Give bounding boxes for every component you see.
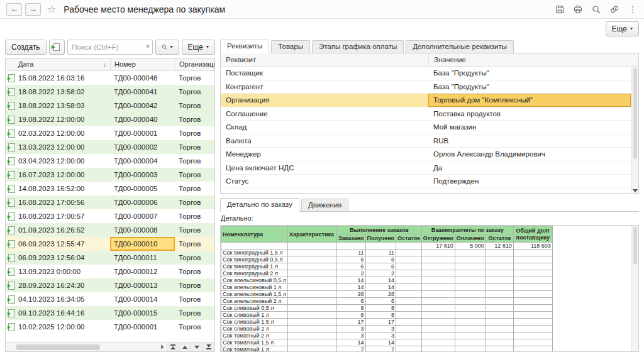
order-row[interactable]: 16.08.2023 17:00:56ТД00-000006Торгов <box>6 195 214 209</box>
list-go-top-button[interactable] <box>167 343 179 351</box>
date-column-label: Дата <box>18 58 33 70</box>
order-row[interactable]: 28.09.2023 16:24:30ТД00-000013Торгов <box>6 278 214 292</box>
detail-row[interactable]: Сок томатный 1 л77 <box>221 346 553 353</box>
order-row[interactable]: 01.09.2023 16:26:52ТД00-000008Торгов <box>6 223 214 237</box>
favorite-star-icon[interactable]: ☆ <box>47 3 56 15</box>
requisite-row[interactable]: ВалютаRUB <box>221 135 638 148</box>
clear-search-icon[interactable]: × <box>146 42 150 51</box>
detail-row[interactable]: Сок сливовый 0,5 л88 <box>221 305 553 312</box>
list-go-bottom-button[interactable] <box>203 343 214 351</box>
detail-row[interactable]: Сок апельсиновый 2 л66 <box>221 298 553 305</box>
order-row[interactable]: 06.09.2023 12:55:47ТД00-000010Торгов <box>6 237 214 251</box>
detail-cell: 3 <box>365 326 396 332</box>
order-number-cell: ТД00-000007 <box>110 209 175 223</box>
requisite-row[interactable]: ОрганизацияТорговый дом "Комплексный" <box>221 94 638 107</box>
order-row[interactable]: 15.08.2022 16:03:16ТД00-000048Торгов <box>6 71 214 85</box>
detail-row[interactable]: Сок апельсиновый 1 л1414 <box>221 284 553 291</box>
order-row[interactable]: 18.08.2022 13:58:02ТД00-000041Торгов <box>6 85 214 99</box>
detail-cell <box>513 312 552 319</box>
detail-row[interactable]: Сок сливовый 1 л88 <box>221 312 553 319</box>
order-date-cell: 10.02.2025 12:00:00 <box>18 323 110 331</box>
search-input[interactable] <box>67 40 152 55</box>
order-row[interactable]: 03.04.2023 12:00:00ТД00-000004Торгов <box>6 154 214 168</box>
organization-column-header[interactable]: Организация <box>175 58 214 70</box>
detail-tab-0[interactable]: Детально по заказу <box>220 198 299 212</box>
requisites-tab-2[interactable]: Этапы графика оплаты <box>312 40 404 53</box>
link-icon[interactable] <box>609 4 619 14</box>
requisites-vscrollbar[interactable] <box>631 67 638 193</box>
order-date-cell: 01.09.2023 16:26:52 <box>18 226 110 234</box>
value-column-header[interactable]: Значение <box>428 53 631 66</box>
detail-cell: 14 <box>337 339 366 346</box>
requisite-row[interactable]: Цена включает НДСДа <box>221 162 638 175</box>
detail-row[interactable]: Сок виноградный 1,5 л1111 <box>221 250 553 256</box>
requisites-tab-3[interactable]: Дополнительные реквизиты <box>406 40 514 53</box>
requisite-column-header[interactable]: Реквизит <box>221 56 428 63</box>
order-row[interactable]: 10.02.2025 12:00:00ТД00-000001Торгов <box>6 320 214 334</box>
detail-row[interactable]: Сок сливовый 2 л33 <box>221 326 553 332</box>
order-row[interactable]: 06.09.2023 12:56:04ТД00-000011Торгов <box>6 251 214 265</box>
ordered-header: Заказано <box>337 234 366 243</box>
order-row[interactable]: 16.08.2023 17:00:57ТД00-000007Торгов <box>6 209 214 223</box>
requisites-tabs: РеквизитыТоварыЭтапы графика оплатыДопол… <box>220 39 639 53</box>
find-icon[interactable] <box>591 4 601 14</box>
order-date-cell: 04.10.2023 16:34:05 <box>18 295 110 303</box>
list-up-button[interactable] <box>179 343 191 351</box>
create-by-copy-button[interactable] <box>49 40 65 55</box>
order-row[interactable]: 16.07.2023 12:00:00ТД00-000003Торгов <box>6 168 214 182</box>
more-vertical-icon[interactable]: ⋮ <box>628 4 638 14</box>
detail-row[interactable]: Сок сливовый 1,5 л1717 <box>221 319 553 326</box>
form-more-button[interactable]: Еще ▾ <box>606 21 639 36</box>
requisites-tab-0[interactable]: Реквизиты <box>220 40 269 53</box>
list-more-button[interactable]: Еще ▾ <box>182 40 215 55</box>
order-row[interactable]: 13.09.2023 0:00:00ТД00-000012Торгов <box>6 265 214 278</box>
detail-cell <box>513 270 552 277</box>
requisite-row[interactable]: СтатусПодтвержден <box>221 175 638 189</box>
scroll-right-icon[interactable] <box>161 344 164 349</box>
detail-vscrollbar[interactable] <box>631 226 638 351</box>
hscroll-track[interactable] <box>6 343 158 351</box>
search-settings-button[interactable]: ▾ <box>155 40 179 55</box>
order-row[interactable]: 18.08.2022 13:58:03ТД00-000042Торгов <box>6 99 214 113</box>
hscroll-thumb[interactable] <box>16 344 100 350</box>
detail-row[interactable]: Сок апельсиновый 1,5 л2828 <box>221 291 553 298</box>
detail-row[interactable]: Сок виноградный 1 л66 <box>221 263 553 270</box>
detail-row[interactable]: Сок апельсиновый 0,5 л1414 <box>221 277 553 284</box>
requisite-row[interactable]: СоглашениеПоставка продуктов <box>221 107 638 121</box>
create-button[interactable]: Создать <box>5 40 47 55</box>
detail-row[interactable]: Сок томатный 1,5 л1414 <box>221 339 553 346</box>
requisite-row[interactable]: КонтрагентБаза "Продукты" <box>221 80 638 94</box>
requisite-row[interactable]: ПоставщикБаза "Продукты" <box>221 67 638 80</box>
detail-cell: Сок томатный 1 л <box>221 346 288 353</box>
detail-cell <box>455 339 486 346</box>
order-row[interactable]: 04.10.2023 16:34:05ТД00-000014Торгов <box>6 292 214 306</box>
forward-button[interactable]: → <box>25 3 41 16</box>
order-row[interactable]: 19.08.2022 12:00:00ТД00-000040Торгов <box>6 113 214 126</box>
orders-hscrollbar[interactable] <box>6 342 214 351</box>
requisites-tab-1[interactable]: Товары <box>271 40 310 53</box>
save-icon[interactable] <box>555 4 565 14</box>
detail-row[interactable]: Сок виноградный 0,5 л66 <box>221 256 553 263</box>
order-row[interactable]: 14.08.2023 16:52:00ТД00-000005Торгов <box>6 182 214 195</box>
list-down-button[interactable] <box>191 343 203 351</box>
detail-vscroll-thumb[interactable] <box>633 227 637 265</box>
detail-cell <box>513 284 552 291</box>
detail-row[interactable]: Сок томатный 2 л33 <box>221 332 553 339</box>
order-row[interactable]: 13.03.2023 12:00:00ТД00-000002Торгов <box>6 140 214 154</box>
requisites-vscroll-thumb[interactable] <box>633 68 637 159</box>
number-column-header[interactable]: Номер <box>110 58 175 70</box>
detail-cell <box>486 319 513 326</box>
order-row[interactable]: 09.10.2023 16:44:16ТД00-000015Торгов <box>6 306 214 320</box>
detail-tab-1[interactable]: Движения <box>301 199 348 211</box>
back-button[interactable]: ← <box>6 3 22 16</box>
detail-cell <box>396 346 422 353</box>
scroll-down-icon[interactable] <box>633 189 638 192</box>
detail-row[interactable]: Сок виноградный 2 л22 <box>221 270 553 277</box>
detail-cell <box>396 312 422 319</box>
date-column-header[interactable]: Дата ↓ <box>18 58 110 70</box>
print-icon[interactable] <box>573 4 583 14</box>
order-row[interactable]: 02.03.2023 12:00:00ТД00-000001Торгов <box>6 126 214 140</box>
requisite-row[interactable]: СкладМой магазин <box>221 121 638 135</box>
requisite-row[interactable]: МенеджерОрлов Александр Владимирович <box>221 148 638 162</box>
form-more: Еще ▾ <box>606 21 639 36</box>
